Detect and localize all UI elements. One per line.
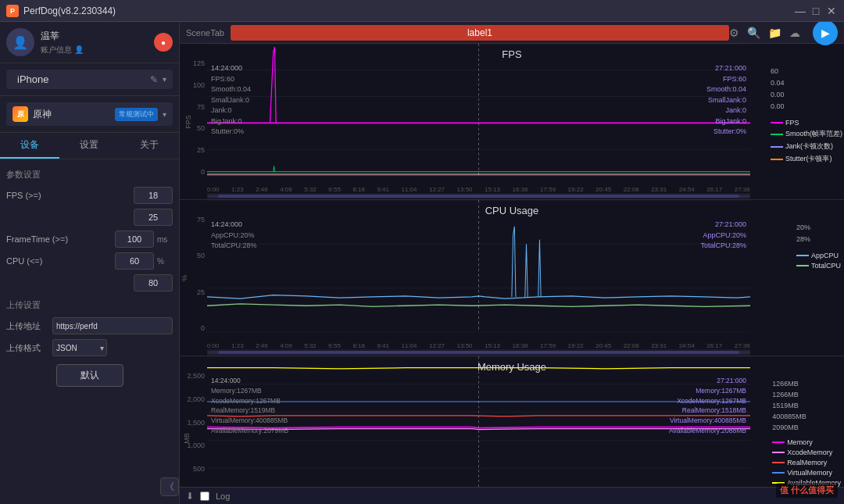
fps-legend-fps: FPS <box>771 119 842 127</box>
device-section: iPhone ✎ ▾ <box>0 63 179 96</box>
account-label: 账户信息 👤 <box>41 45 148 55</box>
fps-input1[interactable] <box>134 187 173 204</box>
scene-tab-bar: SceneTab label1 ⚙ 🔍 📁 ☁ ▶ <box>180 22 844 44</box>
frametime-unit: ms <box>157 235 173 244</box>
frametime-input[interactable] <box>115 231 154 248</box>
memory-crosshair-left: 14:24:000 Memory:1267MB XcodeMemory:1267… <box>211 376 288 436</box>
scene-tab-label: SceneTab <box>186 28 224 38</box>
cpu-crosshair-right: 27:21:000 AppCPU:20% TotalCPU:28% <box>700 220 746 252</box>
fps-legend: 60 0.04 0.00 0.00 FPS Smooth(帧率范差) Jank( <box>771 67 842 176</box>
cpu-input2[interactable] <box>134 274 173 291</box>
fps-param-row2 <box>6 209 173 226</box>
maximize-button[interactable]: □ <box>810 5 822 17</box>
user-name: 温莘 <box>41 30 148 43</box>
cpu-legend-appcpu: AppCPU <box>796 252 841 259</box>
collapse-sidebar-button[interactable]: 《 <box>160 477 179 496</box>
address-label: 上传地址 <box>6 320 49 332</box>
fps-x-axis: 0:00 1:23 2:46 4:09 5:32 6:55 8:18 9:41 … <box>207 186 750 193</box>
download-icon[interactable]: ⬇ <box>186 491 194 502</box>
frametime-param-row: FrameTime (>=) ms <box>6 231 173 248</box>
params-label: 参数设置 <box>6 169 173 181</box>
settings-icon[interactable]: ⚙ <box>729 27 739 39</box>
app-icon: 原 <box>13 106 28 122</box>
watermark: 值 什么值得买 <box>776 483 838 498</box>
close-button[interactable]: ✕ <box>825 5 838 17</box>
memory-y-axis: 2,500 2,000 1,500 1,000 500 0 <box>180 372 207 487</box>
memory-legend: 1266MB 1266MB 1519MB 400885MB 2090MB Mem… <box>772 380 841 487</box>
fps-legend-jank: Jank(卡顿次数) <box>771 141 842 152</box>
cpu-y-title: % <box>181 274 188 281</box>
memory-legend-xcode: XcodeMemory <box>772 449 841 456</box>
cpu-scrollbar[interactable] <box>207 349 750 356</box>
fps-y-title: FPS <box>184 115 192 129</box>
bottom-bar: ⬇ Log <box>180 487 844 504</box>
fps-param-row: FPS (>=) <box>6 187 173 204</box>
content-area: SceneTab label1 ⚙ 🔍 📁 ☁ ▶ FPS 125 100 75… <box>180 22 844 504</box>
upload-address-row: 上传地址 <box>6 317 173 334</box>
upload-section: 上传设置 上传地址 上传格式 JSON CSV XML <box>6 299 173 356</box>
format-label: 上传格式 <box>6 342 49 354</box>
main-area: 👤 温莘 账户信息 👤 ● iPhone ✎ ▾ 原 原神 常规 <box>0 22 844 504</box>
app-icon: P <box>6 5 19 17</box>
fps-legend-smooth: Smooth(帧率范差) <box>771 129 842 139</box>
cpu-y-axis: 75 50 25 0 <box>180 216 207 332</box>
cpu-chart-title: CPU Usage <box>180 205 844 216</box>
memory-legend-memory: Memory <box>772 438 841 446</box>
tab-devices[interactable]: 设备 <box>0 133 59 159</box>
memory-chart-title: Memory Usage <box>180 361 844 373</box>
tab-settings[interactable]: 设置 <box>59 133 119 159</box>
address-input[interactable] <box>52 317 173 334</box>
device-selector[interactable]: iPhone ✎ ▾ <box>6 70 173 89</box>
top-icons: ⚙ 🔍 📁 ☁ ▶ <box>729 22 838 45</box>
cpu-legend-totalcpu: TotalCPU <box>796 262 841 270</box>
memory-legend-real: RealMemory <box>772 459 841 466</box>
cpu-crosshair-left: 14:24:000 AppCPU:20% TotalCPU:28% <box>211 220 257 252</box>
cpu-chart-panel: CPU Usage 75 50 25 0 <box>180 200 844 356</box>
cpu-label: CPU (<=) <box>6 256 112 266</box>
log-label: Log <box>216 491 230 501</box>
fps-scrollbar[interactable] <box>207 193 750 199</box>
device-dropdown-icon[interactable]: ▾ <box>163 75 166 84</box>
cloud-icon[interactable]: ☁ <box>789 27 800 39</box>
cpu-input1[interactable] <box>115 252 154 270</box>
user-section: 👤 温莘 账户信息 👤 ● <box>0 22 179 63</box>
app-section: 原 原神 常规测试中 ▾ <box>0 96 179 133</box>
edit-device-icon[interactable]: ✎ <box>150 74 158 85</box>
nav-tabs: 设备 设置 关于 <box>0 133 179 159</box>
cpu-param-row: CPU (<=) % <box>6 252 173 270</box>
log-checkbox[interactable] <box>200 491 209 501</box>
memory-legend-virtual: VirtualMemory <box>772 469 841 477</box>
fps-input2[interactable] <box>134 209 173 226</box>
memory-y-title: MB <box>183 433 191 444</box>
memory-crosshair-right: 27:21:000 Memory:1267MB XcodeMemory:1267… <box>669 376 746 436</box>
scene-active-tab[interactable]: label1 <box>231 25 729 41</box>
fps-label: FPS (>=) <box>6 191 131 200</box>
frametime-label: FrameTime (>=) <box>6 234 112 244</box>
app-selector[interactable]: 原 原神 常规测试中 ▾ <box>6 102 173 126</box>
default-button[interactable]: 默认 <box>56 364 123 387</box>
record-button[interactable]: ● <box>154 33 173 52</box>
app-dropdown-icon[interactable]: ▾ <box>163 110 166 119</box>
cpu-legend: 20% 28% AppCPU TotalCPU <box>796 223 841 332</box>
window-title: PerfDog(v8.2.230344) <box>23 5 794 16</box>
folder-icon[interactable]: 📁 <box>768 27 781 39</box>
fps-crosshair-right: 27:21:000 FPS:60 Smooth:0.04 SmallJank:0… <box>706 63 746 138</box>
window-controls: — □ ✕ <box>794 5 838 17</box>
app-tag[interactable]: 常规测试中 <box>115 108 158 121</box>
format-select[interactable]: JSON CSV XML <box>52 339 107 356</box>
format-select-wrapper: JSON CSV XML <box>52 339 107 356</box>
tab-about[interactable]: 关于 <box>120 133 179 159</box>
app-name: 原神 <box>33 108 110 121</box>
params-section: 参数设置 FPS (>=) FrameTime (>=) ms CPU (<=)… <box>0 159 179 504</box>
cpu-x-axis: 0:00 1:23 2:46 4:09 5:32 6:55 8:18 9:41 … <box>207 342 750 349</box>
fps-chart-area <box>207 44 750 176</box>
cpu-param-row2 <box>6 274 173 291</box>
fps-chart-title: FPS <box>180 48 844 60</box>
fps-legend-stutter: Stutter(卡顿率) <box>771 154 842 164</box>
sidebar: 👤 温莘 账户信息 👤 ● iPhone ✎ ▾ 原 原神 常规 <box>0 22 180 504</box>
upload-format-row: 上传格式 JSON CSV XML <box>6 339 173 356</box>
search-icon[interactable]: 🔍 <box>747 27 760 39</box>
user-info: 温莘 账户信息 👤 <box>41 30 148 55</box>
play-button[interactable]: ▶ <box>813 22 838 45</box>
minimize-button[interactable]: — <box>794 5 806 17</box>
